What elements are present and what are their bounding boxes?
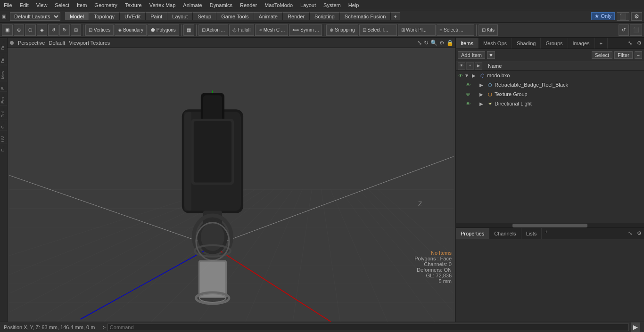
menu-texture[interactable]: Texture — [121, 1, 146, 9]
left-label-uv[interactable]: UV... — [0, 130, 7, 144]
command-input[interactable] — [107, 324, 629, 331]
settings-icon[interactable]: ⚙ — [631, 12, 642, 21]
menu-maxtomodo[interactable]: MaxToModo — [261, 1, 297, 9]
symm-btn[interactable]: ⟺ Symm ... — [289, 24, 322, 36]
tab-topology[interactable]: Topology — [89, 12, 120, 20]
lock-icon[interactable]: 🔒 — [446, 40, 454, 46]
vis-eye-icon-3[interactable]: 👁 — [464, 90, 472, 98]
select-t-btn[interactable]: ⊡ Select T... — [359, 24, 397, 36]
vis-eye-icon-2[interactable]: 👁 — [464, 81, 472, 89]
left-label-c[interactable]: C... — [0, 120, 7, 130]
snapping-btn[interactable]: ⊕ Snapping — [326, 24, 358, 36]
selecti-btn[interactable]: ≡ Selecti ... — [437, 24, 474, 36]
tab-render[interactable]: Render — [283, 12, 310, 20]
item-row-modo-bxo[interactable]: 👁 ▼ ▶ ⬡ modo.bxo — [456, 71, 644, 80]
tab-channels[interactable]: Channels — [489, 228, 521, 239]
tab-mesh-ops[interactable]: Mesh Ops — [479, 38, 512, 49]
panel-settings-icon[interactable]: ⚙ — [635, 39, 644, 47]
tab-animate[interactable]: Animate — [254, 12, 283, 20]
filter-button[interactable]: Filter — [614, 51, 632, 59]
item-row-dir-light[interactable]: 👁 ▶ ☀ Directional Light — [456, 99, 644, 108]
rotate-view-btn[interactable]: ↺ — [619, 24, 629, 36]
items-list[interactable]: 👁 ▼ ▶ ⬡ modo.bxo 👁 ▶ ⬡ Retractable_Badge… — [456, 71, 644, 223]
tab-lists[interactable]: Lists — [521, 228, 542, 239]
left-label-em[interactable]: Em... — [0, 91, 7, 105]
viewport-area[interactable]: Perspective Default Viewport Textures ⤡ … — [8, 38, 455, 322]
star-only-button[interactable]: ★ Only — [591, 12, 615, 20]
prop-add-tab[interactable]: + — [542, 228, 550, 239]
tab-game-tools[interactable]: Game Tools — [216, 12, 254, 20]
tab-groups[interactable]: Groups — [541, 38, 568, 49]
tab-scripting[interactable]: Scripting — [310, 12, 340, 20]
left-label-de[interactable]: De... — [0, 39, 7, 52]
tab-images[interactable]: Images — [568, 38, 595, 49]
menu-dynamics[interactable]: Dynamics — [206, 1, 236, 9]
menu-item[interactable]: Item — [73, 1, 91, 9]
tab-model[interactable]: Model — [65, 12, 89, 20]
menu-layout[interactable]: Layout — [297, 1, 320, 9]
tool-crosshair[interactable]: ⊕ — [14, 24, 24, 36]
mesh-c-btn[interactable]: ≋ Mesh C ... — [255, 24, 288, 36]
tab-properties[interactable]: Properties — [456, 228, 489, 239]
tab-setup[interactable]: Setup — [193, 12, 216, 20]
prop-settings-icon[interactable]: ⚙ — [635, 229, 644, 237]
menu-geometry[interactable]: Geometry — [91, 1, 121, 9]
menu-view[interactable]: View — [33, 1, 51, 9]
item-expand-arrow[interactable]: ▼ — [464, 73, 472, 78]
tool-box[interactable]: ◈ — [37, 24, 47, 36]
perspective-label[interactable]: Perspective — [18, 40, 45, 46]
left-label-mes[interactable]: Mes... — [0, 65, 7, 81]
left-label-pol[interactable]: Pol... — [0, 105, 7, 120]
menu-select[interactable]: Select — [51, 1, 73, 9]
mesh-item-btn[interactable]: ▦ — [183, 24, 194, 36]
item-row-texture-group[interactable]: 👁 ▶ ⬡ Texture Group — [456, 89, 644, 99]
vis-eye-icon-4[interactable]: 👁 — [464, 100, 472, 107]
tab-items[interactable]: Items — [456, 38, 479, 49]
scroll-thumb[interactable] — [512, 224, 588, 227]
refresh-icon[interactable]: ↻ — [424, 40, 429, 46]
work-pl-btn[interactable]: ⊞ Work Pl... — [398, 24, 436, 36]
menu-animate[interactable]: Animate — [179, 1, 206, 9]
menu-render[interactable]: Render — [236, 1, 261, 9]
tool-grid[interactable]: ⊞ — [71, 24, 81, 36]
default-label[interactable]: Default — [49, 40, 65, 46]
left-label-du[interactable]: Du... — [0, 52, 7, 65]
tab-schematic-fusion[interactable]: Schematic Fusion — [340, 12, 391, 20]
tool-lasso[interactable]: ⬡ — [25, 24, 36, 36]
tab-uvedit[interactable]: UVEdit — [120, 12, 146, 20]
camera-icon[interactable]: ⚙ — [439, 40, 445, 46]
expand-icon[interactable]: ⤡ — [417, 40, 422, 46]
action-btn[interactable]: ⊡ Action ... — [198, 24, 228, 36]
tab-layout[interactable]: Layout — [167, 12, 193, 20]
tab-add-panel[interactable]: + — [595, 38, 608, 49]
select-button[interactable]: Select — [592, 51, 613, 59]
tool-rotate[interactable]: ↺ — [48, 24, 58, 36]
tool-select[interactable]: ▣ — [2, 24, 13, 36]
tab-shading[interactable]: Shading — [512, 38, 541, 49]
add-item-dropdown[interactable]: ▼ — [487, 51, 495, 59]
tab-paint[interactable]: Paint — [146, 12, 167, 20]
zoom-icon[interactable]: 🔍 — [430, 40, 438, 46]
cmd-execute-btn[interactable]: ▶ — [631, 323, 640, 332]
polygons-btn[interactable]: ⬟ Polygons — [148, 24, 179, 36]
menu-system[interactable]: System — [320, 1, 345, 9]
menu-help[interactable]: Help — [345, 1, 363, 9]
canvas-area[interactable]: Z Z X Y No Items Polygons : Face Channel… — [8, 48, 455, 322]
item-row-retractable[interactable]: 👁 ▶ ⬡ Retractable_Badge_Reel_Black — [456, 80, 644, 89]
items-scrollbar[interactable] — [456, 223, 644, 227]
layout-select[interactable]: Default Layouts — [10, 12, 60, 21]
left-label-e[interactable]: E... — [0, 81, 7, 92]
tab-add[interactable]: + — [391, 12, 400, 20]
menu-file[interactable]: File — [0, 1, 16, 9]
textures-label[interactable]: Viewport Textures — [69, 40, 110, 46]
add-item-button[interactable]: Add Item — [458, 51, 485, 59]
kits-btn[interactable]: ⊡ Kits — [479, 24, 498, 36]
vis-eye-icon[interactable]: 👁 — [457, 72, 464, 79]
falloff-btn[interactable]: ◎ Falloff — [229, 24, 254, 36]
menu-edit[interactable]: Edit — [16, 1, 33, 9]
vertices-btn[interactable]: ⊡ Vertices — [85, 24, 114, 36]
boundary-btn[interactable]: ◈ Boundary — [115, 24, 147, 36]
prop-expand-icon[interactable]: ⤡ — [626, 229, 635, 237]
menu-vertex-map[interactable]: Vertex Map — [146, 1, 180, 9]
panel-expand-icon[interactable]: ⤡ — [626, 39, 635, 47]
